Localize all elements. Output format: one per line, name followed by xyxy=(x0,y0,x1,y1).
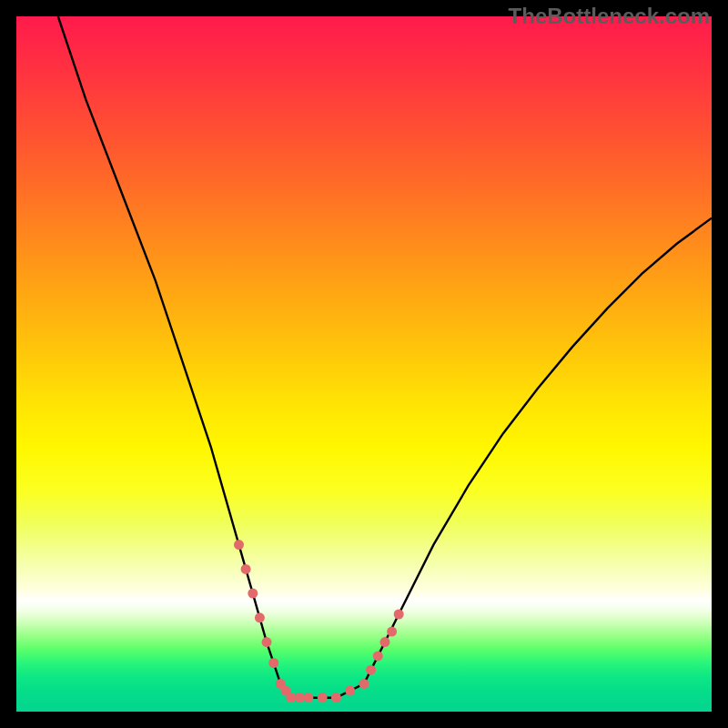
svg-point-8 xyxy=(286,693,296,703)
svg-point-3 xyxy=(255,612,265,622)
svg-point-15 xyxy=(366,665,376,675)
valley-dots xyxy=(234,540,404,703)
svg-point-2 xyxy=(248,589,258,599)
svg-point-1 xyxy=(241,564,251,574)
svg-point-19 xyxy=(394,610,404,620)
svg-point-12 xyxy=(331,693,341,703)
curve-layer xyxy=(16,16,712,712)
watermark-text: TheBottleneck.com xyxy=(509,4,710,29)
chart-frame: TheBottleneck.com xyxy=(0,0,728,728)
svg-point-4 xyxy=(262,637,272,647)
bottleneck-curve xyxy=(58,16,712,698)
svg-point-10 xyxy=(303,693,313,703)
svg-point-18 xyxy=(387,627,397,637)
svg-point-16 xyxy=(373,651,383,661)
svg-point-5 xyxy=(268,658,278,668)
svg-point-11 xyxy=(318,693,328,703)
svg-point-0 xyxy=(234,540,244,550)
svg-point-14 xyxy=(359,679,369,689)
svg-point-9 xyxy=(295,693,305,703)
svg-point-13 xyxy=(345,686,355,696)
svg-point-17 xyxy=(380,637,390,647)
